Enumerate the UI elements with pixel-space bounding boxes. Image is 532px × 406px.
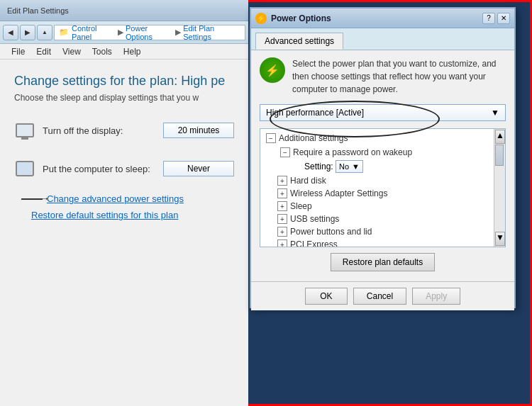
- page-subtitle: Choose the sleep and display settings th…: [14, 93, 234, 103]
- menu-tools[interactable]: Tools: [87, 45, 118, 58]
- menu-bar: File Edit View Tools Help: [0, 44, 248, 60]
- nav-po[interactable]: Power Options: [126, 24, 173, 41]
- dialog-description: Select the power plan that you want to c…: [292, 57, 506, 96]
- tree-scrollbar[interactable]: ▲ ▼: [494, 129, 505, 247]
- scrollbar-up[interactable]: ▲: [495, 130, 505, 144]
- display-label: Turn off the display:: [43, 125, 163, 136]
- display-setting-row: Turn off the display: 20 minutes: [14, 117, 234, 144]
- forward-button[interactable]: ▶: [20, 25, 35, 40]
- sleep-item[interactable]: + Sleep: [263, 200, 491, 213]
- menu-view[interactable]: View: [57, 45, 87, 58]
- hard-disk-item[interactable]: + Hard disk: [263, 174, 491, 187]
- sleep-setting-icon: [14, 158, 35, 179]
- dialog-titlebar: ⚡ Power Options ? ✕: [251, 9, 514, 28]
- advanced-settings-link[interactable]: Change advanced power settings: [47, 193, 184, 204]
- back-button[interactable]: ◀: [3, 25, 18, 40]
- background-window: Edit Plan Settings ◀ ▶ ▲ 📁 Control Panel…: [0, 0, 248, 406]
- dialog-tabs: Advanced settings: [251, 28, 514, 50]
- settings-tree[interactable]: − Additional settings − Require a passwo…: [260, 128, 506, 247]
- bg-title: Edit Plan Settings: [7, 6, 69, 15]
- menu-help[interactable]: Help: [118, 45, 147, 58]
- ok-button[interactable]: OK: [305, 288, 348, 305]
- setting-sub-row: Setting: No ▼: [277, 159, 491, 174]
- nav-icon: 📁: [59, 28, 69, 37]
- menu-file[interactable]: File: [6, 45, 31, 58]
- up-button[interactable]: ▲: [37, 25, 52, 40]
- nav-cp[interactable]: Control Panel: [72, 24, 116, 41]
- sleep-icon: [16, 161, 34, 176]
- mini-dropdown-arrow: ▼: [352, 162, 360, 171]
- power-options-dialog: ⚡ Power Options ? ✕ Advanced settings ⚡ …: [250, 7, 516, 308]
- password-wakeup-item[interactable]: − Require a password on wakeup: [277, 146, 491, 159]
- scrollbar-down[interactable]: ▼: [495, 232, 505, 246]
- expand-icon-6[interactable]: +: [277, 214, 287, 224]
- nav-path: 📁 Control Panel ▶ Power Options ▶ Edit P…: [54, 25, 245, 40]
- expand-icon[interactable]: −: [266, 133, 276, 143]
- sleep-dropdown[interactable]: Never: [163, 161, 234, 176]
- sleep-setting-row: Put the computer to sleep: Never: [14, 155, 234, 182]
- setting-value-dropdown[interactable]: No ▼: [336, 160, 363, 173]
- expand-icon-4[interactable]: +: [277, 188, 287, 198]
- help-button[interactable]: ?: [482, 13, 495, 24]
- bg-titlebar: Edit Plan Settings: [0, 0, 248, 21]
- expand-icon-2[interactable]: −: [280, 147, 290, 157]
- dialog-footer: OK Cancel Apply: [251, 281, 514, 310]
- advanced-settings-link-row: Change advanced power settings: [21, 193, 234, 204]
- scrollbar-thumb[interactable]: [495, 145, 504, 166]
- close-button[interactable]: ✕: [497, 13, 510, 24]
- arrow-icon: [21, 198, 43, 200]
- link-section: Change advanced power settings Restore d…: [14, 193, 234, 220]
- wireless-adapter-item[interactable]: + Wireless Adapter Settings: [263, 187, 491, 200]
- cancel-button[interactable]: Cancel: [353, 288, 406, 305]
- nav-bar: ◀ ▶ ▲ 📁 Control Panel ▶ Power Options ▶ …: [0, 21, 248, 44]
- monitor-setting-icon: [14, 120, 35, 141]
- display-dropdown[interactable]: 20 minutes: [163, 123, 234, 138]
- power-buttons-item[interactable]: + Power buttons and lid: [263, 225, 491, 238]
- expand-icon-5[interactable]: +: [277, 201, 287, 211]
- usb-settings-item[interactable]: + USB settings: [263, 213, 491, 225]
- power-icon: ⚡: [260, 57, 285, 83]
- menu-edit[interactable]: Edit: [31, 45, 57, 58]
- restore-defaults-link[interactable]: Restore default settings for this plan: [31, 210, 178, 220]
- dialog-title-icon: ⚡: [255, 13, 267, 24]
- expand-icon-7[interactable]: +: [277, 227, 287, 237]
- expand-icon-3[interactable]: +: [277, 176, 287, 186]
- restore-plan-button[interactable]: Restore plan defaults: [331, 253, 435, 271]
- setting-label: Setting:: [304, 162, 336, 171]
- password-wakeup-section: − Require a password on wakeup Setting: …: [263, 146, 491, 174]
- plan-dropdown[interactable]: High performance [Active] ▼: [260, 104, 506, 121]
- sleep-label: Put the computer to sleep:: [43, 164, 163, 174]
- page-title: Change settings for the plan: High pe: [14, 74, 234, 89]
- apply-button[interactable]: Apply: [412, 288, 460, 305]
- bg-content: Change settings for the plan: High pe Ch…: [0, 60, 248, 235]
- dropdown-arrow-icon: ▼: [491, 108, 499, 118]
- desc-section: ⚡ Select the power plan that you want to…: [260, 57, 506, 104]
- additional-settings-section: − Additional settings: [263, 132, 491, 145]
- pci-express-item[interactable]: + PCI Express: [263, 238, 491, 247]
- dialog-controls: ? ✕: [482, 13, 510, 24]
- advanced-settings-tab[interactable]: Advanced settings: [255, 33, 343, 50]
- monitor-icon: [16, 123, 34, 137]
- nav-edit[interactable]: Edit Plan Settings: [183, 24, 240, 41]
- tree-content: − Additional settings − Require a passwo…: [260, 129, 505, 247]
- dialog-title: Power Options: [271, 13, 482, 23]
- plan-selector: High performance [Active] ▼: [260, 104, 506, 121]
- additional-settings-item[interactable]: − Additional settings: [263, 132, 491, 145]
- expand-icon-8[interactable]: +: [277, 239, 287, 247]
